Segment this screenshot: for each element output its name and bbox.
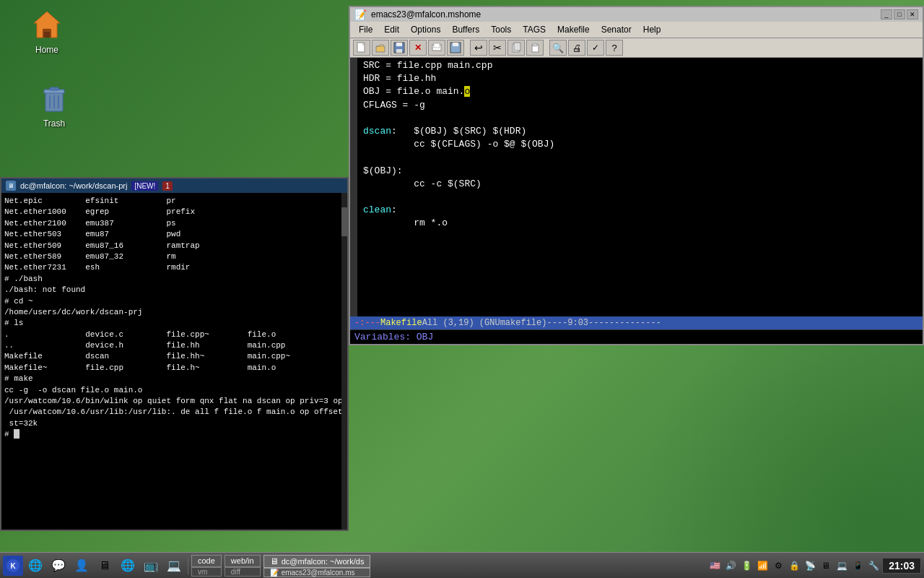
emacs-close-button[interactable]: ✕ xyxy=(907,9,918,20)
toolbar-paste-button[interactable] xyxy=(526,40,544,56)
code-line-11 xyxy=(363,191,918,204)
task-web-text: web/in xyxy=(231,556,254,565)
trash-desktop-icon[interactable]: Trash xyxy=(25,81,83,129)
emacs-menu-makefile[interactable]: Makefile xyxy=(552,23,596,36)
terminal-line: Net.ether2100 emu387 ps xyxy=(4,218,337,229)
home-icon-label: Home xyxy=(35,45,58,55)
taskbar-web-button[interactable]: 🌐 xyxy=(117,556,139,576)
taskbar-task-diff-label[interactable]: diff xyxy=(225,567,261,577)
toolbar-save2-button[interactable] xyxy=(447,40,464,56)
home-desktop-icon[interactable]: Home xyxy=(18,7,76,55)
code-line-2: HDR = file.hh xyxy=(363,72,918,85)
code-line-4: CFLAGS = -g xyxy=(363,99,918,112)
code-line-13: rm *.o xyxy=(363,217,918,230)
svg-rect-2 xyxy=(44,32,50,38)
terminal-scrollbar[interactable] xyxy=(341,193,347,530)
emacs-menu-tags[interactable]: TAGS xyxy=(517,23,552,36)
taskbar-task-web[interactable]: web/in diff xyxy=(225,555,261,577)
tray-laptop-icon[interactable]: 💻 xyxy=(834,558,849,573)
emacs-minimize-button[interactable]: _ xyxy=(881,9,892,20)
toolbar-spell-button[interactable]: ✓ xyxy=(587,40,604,56)
emacs-menu-edit[interactable]: Edit xyxy=(378,23,405,36)
desktop: Home Trash 🖥 dc@mfalcon: ~/work/dscan-pr… xyxy=(0,0,924,578)
emacs-maximize-button[interactable]: □ xyxy=(894,9,905,20)
tray-battery-icon[interactable]: 🔋 xyxy=(739,558,754,573)
toolbar-new-button[interactable] xyxy=(353,40,370,56)
svg-rect-12 xyxy=(396,49,402,53)
terminal-badge-new: [NEW! xyxy=(131,181,158,191)
taskbar-tv-button[interactable]: 📺 xyxy=(140,556,162,576)
svg-rect-5 xyxy=(50,87,58,90)
tray-settings-icon[interactable]: ⚙ xyxy=(771,558,785,573)
tray-audio-icon[interactable]: 🔊 xyxy=(723,558,738,573)
svg-rect-16 xyxy=(453,43,458,46)
emacs-code-area: SRC = file.cpp main.cpp HDR = file.hh OB… xyxy=(363,59,918,230)
toolbar-search-button[interactable]: 🔍 xyxy=(549,40,567,56)
tray-network-icon[interactable]: 📶 xyxy=(755,558,770,573)
tray-flag-icon[interactable]: 🇺🇸 xyxy=(707,558,722,573)
terminal-line: cc -g -o dscan file.o main.o xyxy=(4,385,337,396)
taskbar-task-dc-label[interactable]: 🖥 dc@mfalcon: ~/work/ds xyxy=(263,555,371,568)
toolbar-print-button[interactable]: 🖨 xyxy=(568,40,585,56)
taskbar-tray: 🇺🇸 🔊 🔋 📶 ⚙ 🔒 📡 🖥 💻 📱 🔧 21:03 xyxy=(707,558,921,574)
trash-icon-label: Trash xyxy=(43,118,65,129)
tray-tool-icon[interactable]: 🔧 xyxy=(866,558,881,573)
task-dc-text: dc@mfalcon: ~/work/ds xyxy=(282,557,365,566)
tray-wireless-icon[interactable]: 📡 xyxy=(803,558,817,573)
taskbar-terminal-button[interactable]: 💻 xyxy=(163,556,185,576)
terminal-line: Net.ether1000 egrep prefix xyxy=(4,207,337,217)
toolbar-save-button[interactable] xyxy=(391,40,408,56)
taskbar-task-code-label[interactable]: code xyxy=(191,555,222,567)
emacs-menu-buffers[interactable]: Buffers xyxy=(446,23,485,36)
taskbar-skype-button[interactable]: 💬 xyxy=(48,556,69,576)
home-icon xyxy=(30,7,64,42)
terminal-line: Net.epic efsinit pr xyxy=(4,196,337,207)
toolbar-undo-button[interactable]: ↩ xyxy=(470,40,487,56)
emacs-editor-content[interactable]: SRC = file.cpp main.cpp HDR = file.hh OB… xyxy=(350,58,923,316)
terminal-lines: Net.epic efsinit pr Net.ether1000 egrep … xyxy=(4,196,337,441)
emacs-title: emacs23@mfalcon.mshome xyxy=(371,9,481,20)
emacs-minibuffer[interactable]: Variables: OBJ xyxy=(350,329,923,344)
toolbar-close-button[interactable]: ✕ xyxy=(409,40,427,56)
tray-lock-icon[interactable]: 🔒 xyxy=(787,558,801,573)
terminal-line: /usr/watcom/10.6/usr/lib:/usr/lib:. de a… xyxy=(4,407,337,418)
code-line-8 xyxy=(363,151,918,164)
svg-rect-18 xyxy=(514,43,520,51)
taskbar-task-emacs-label[interactable]: 📝 emacs23@mfalcon.ms xyxy=(263,568,371,577)
emacs-menu-senator[interactable]: Senator xyxy=(596,23,637,36)
emacs-menu-help[interactable]: Help xyxy=(637,23,667,36)
taskbar-task-web-label[interactable]: web/in xyxy=(225,555,261,567)
terminal-line: Net.ether503 emu87 pwd xyxy=(4,229,337,240)
toolbar-copy-button[interactable] xyxy=(507,40,525,56)
taskbar-browser-button[interactable]: 🌐 xyxy=(25,556,46,576)
tray-display-icon[interactable]: 🖥 xyxy=(819,558,833,573)
taskbar-task-code[interactable]: code vm xyxy=(191,555,222,577)
toolbar-cut-button[interactable]: ✂ xyxy=(489,40,506,56)
emacs-minibuffer-text: Variables: OBJ xyxy=(354,332,433,342)
svg-rect-11 xyxy=(396,43,402,46)
taskbar-monitor-button[interactable]: 🖥 xyxy=(94,556,116,576)
taskbar-user-button[interactable]: 👤 xyxy=(71,556,92,576)
terminal-line: st=32k xyxy=(4,418,337,429)
emacs-titlebar-buttons: _ □ ✕ xyxy=(881,9,918,20)
toolbar-print-prev-button[interactable] xyxy=(428,40,445,56)
toolbar-help-button[interactable]: ? xyxy=(606,40,623,56)
code-line-7: cc $(CFLAGS) -o $@ $(OBJ) xyxy=(363,138,918,151)
terminal-content[interactable]: Net.epic efsinit pr Net.ether1000 egrep … xyxy=(1,193,347,530)
taskbar-task-vm-label[interactable]: vm xyxy=(191,567,222,577)
taskbar-clock: 21:03 xyxy=(882,558,921,574)
toolbar-open-button[interactable] xyxy=(372,40,389,56)
svg-rect-20 xyxy=(533,43,537,46)
terminal-icon: 🖥 xyxy=(6,181,16,191)
taskbar-separator-1 xyxy=(188,557,188,574)
tray-phone-icon[interactable]: 📱 xyxy=(850,558,865,573)
emacs-menu-tools[interactable]: Tools xyxy=(485,23,517,36)
taskbar-kde-button[interactable]: K xyxy=(3,556,23,576)
emacs-menu-options[interactable]: Options xyxy=(405,23,446,36)
terminal-line: # make xyxy=(4,374,337,384)
taskbar-task-emacs[interactable]: 🖥 dc@mfalcon: ~/work/ds 📝 emacs23@mfalco… xyxy=(263,555,371,577)
code-line-3: OBJ = file.o main.o xyxy=(363,85,918,98)
emacs-menu-file[interactable]: File xyxy=(353,23,378,36)
terminal-badge-num: 1 xyxy=(162,181,173,191)
terminal-line: /usr/watcom/10.6/bin/wlink op quiet form… xyxy=(4,396,337,407)
